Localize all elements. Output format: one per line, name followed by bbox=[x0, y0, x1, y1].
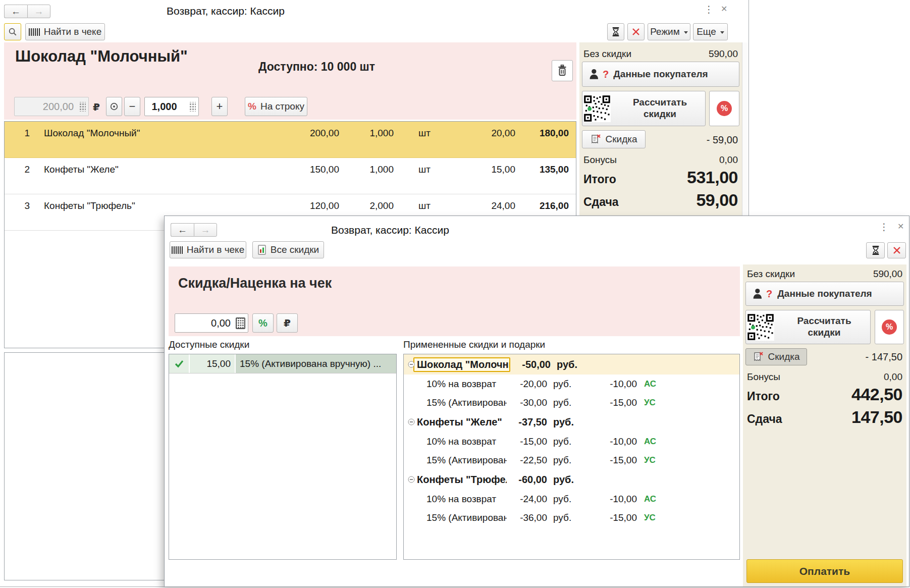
forward-button[interactable]: → bbox=[194, 223, 217, 237]
discount-percent-cell[interactable]: 15,00 bbox=[190, 354, 236, 373]
collapse-icon[interactable] bbox=[408, 476, 415, 483]
table-row[interactable]: 2 Конфеты "Желе" 150,00 1,000 шт 15,00 1… bbox=[5, 158, 576, 194]
menu-dots-icon[interactable]: ⋮ bbox=[879, 222, 889, 232]
pay-button[interactable]: Оплатить bbox=[746, 559, 903, 583]
line-discount-button[interactable]: % На строку bbox=[245, 97, 307, 116]
group-name[interactable]: Конфеты "Трюфель" bbox=[417, 474, 507, 486]
checkmark-cell[interactable] bbox=[169, 354, 190, 373]
hourglass-icon bbox=[871, 245, 880, 255]
calc-discounts-label: Рассчитать скидки bbox=[615, 97, 705, 120]
close-icon[interactable]: ✕ bbox=[721, 5, 727, 13]
applied-item-row[interactable]: 10% на возврат -15,00 руб. -10,00 АС bbox=[404, 432, 739, 451]
qty-minus-button[interactable]: − bbox=[124, 97, 140, 116]
mode-label: Режим bbox=[650, 26, 680, 37]
search-button[interactable] bbox=[4, 23, 21, 40]
window-title: Возврат, кассир: Кассир bbox=[167, 5, 285, 17]
calc-discounts-button[interactable]: Рассчитать скидки bbox=[745, 310, 871, 344]
trash-icon bbox=[557, 65, 568, 77]
discount-header-title: Скидка/Наценка на чек bbox=[178, 276, 332, 291]
find-in-receipt-button[interactable]: Найти в чеке bbox=[25, 23, 105, 40]
row-unit: шт bbox=[394, 128, 479, 139]
collapse-icon[interactable] bbox=[408, 361, 415, 368]
applied-group-row[interactable]: Шоколад "Молочный" -50,00 руб. bbox=[404, 354, 739, 375]
applied-item-row[interactable]: 10% на возврат -24,00 руб. -10,00 АС bbox=[404, 490, 739, 508]
calc-discounts-button[interactable]: Рассчитать скидки bbox=[582, 91, 706, 126]
ruble-sign: ₽ bbox=[93, 101, 100, 113]
forward-icon: → bbox=[34, 6, 44, 17]
keypad-icon[interactable] bbox=[189, 102, 196, 112]
back-icon: ← bbox=[11, 6, 21, 17]
discount-amount-value: 0,00 bbox=[175, 317, 233, 329]
chart-doc-icon bbox=[257, 245, 266, 255]
calc-discounts-label: Рассчитать скидки bbox=[778, 315, 870, 339]
percent-circle-icon: % bbox=[717, 101, 732, 116]
delete-line-button[interactable] bbox=[552, 60, 573, 81]
all-discounts-button[interactable]: Все скидки bbox=[252, 241, 324, 258]
manual-discount-button[interactable]: % bbox=[875, 310, 904, 344]
percent-mode-button[interactable]: % bbox=[252, 313, 274, 333]
row-number: 3 bbox=[5, 200, 34, 211]
discount-amount-input[interactable]: 0,00 bbox=[175, 313, 248, 333]
calculator-icon[interactable] bbox=[236, 317, 245, 329]
applied-group-row[interactable]: Конфеты "Желе" -37,50 руб. bbox=[404, 412, 739, 432]
item-unit: руб. bbox=[553, 397, 586, 408]
ruble-mode-button[interactable]: ₽ bbox=[277, 313, 298, 333]
group-name[interactable]: Конфеты "Желе" bbox=[417, 416, 507, 428]
group-amount: -50,00 bbox=[510, 359, 551, 370]
forward-button[interactable]: → bbox=[27, 5, 50, 18]
visibility-button[interactable] bbox=[106, 97, 122, 116]
question-icon: ? bbox=[603, 69, 609, 80]
all-discounts-label: Все скидки bbox=[271, 244, 319, 255]
row-price: 200,00 bbox=[281, 128, 339, 139]
item-unit: руб. bbox=[553, 436, 586, 447]
applied-item-row[interactable]: 15% (Активирована в... -30,00 руб. -15,0… bbox=[404, 393, 739, 412]
find-in-receipt-label: Найти в чеке bbox=[44, 26, 101, 37]
manual-discount-button[interactable]: % bbox=[709, 91, 739, 126]
person-icon bbox=[588, 68, 602, 80]
customer-data-button[interactable]: ? Данные покупателя bbox=[745, 282, 904, 306]
more-label: Еще bbox=[697, 26, 716, 37]
hourglass-button[interactable] bbox=[607, 23, 624, 40]
row-qty: 1,000 bbox=[339, 128, 394, 139]
applied-discounts-heading: Примененные скидки и подарки bbox=[403, 339, 545, 350]
row-name: Конфеты "Трюфель" bbox=[34, 200, 281, 211]
mode-button[interactable]: Режим bbox=[648, 23, 690, 40]
row-total: 216,00 bbox=[515, 200, 576, 211]
more-button[interactable]: Еще bbox=[693, 23, 728, 40]
group-name[interactable]: Шоколад "Молочный" bbox=[413, 357, 510, 372]
cancel-button[interactable] bbox=[627, 23, 645, 40]
applied-item-row[interactable]: 10% на возврат -20,00 руб. -10,00 АС bbox=[404, 375, 739, 393]
back-button[interactable]: ← bbox=[171, 223, 194, 237]
scrollbar[interactable] bbox=[742, 42, 748, 216]
price-input[interactable]: 200,00 bbox=[14, 97, 89, 116]
window-discount-dialog: ← → Возврат, кассир: Кассир ⋮ ✕ Найти в … bbox=[164, 216, 909, 587]
applied-item-row[interactable]: 15% (Активирована в... -36,00 руб. -15,0… bbox=[404, 508, 739, 527]
applied-item-row[interactable]: 15% (Активирована в... -22,50 руб. -15,0… bbox=[404, 451, 739, 469]
qty-input[interactable]: 1,000 bbox=[144, 97, 199, 116]
find-in-receipt-button[interactable]: Найти в чеке bbox=[170, 241, 246, 258]
table-row[interactable]: 1 Шоколад "Молочный" 200,00 1,000 шт 20,… bbox=[5, 122, 576, 158]
group-unit: руб. bbox=[553, 474, 586, 486]
change-label: Сдача bbox=[747, 412, 782, 426]
back-button[interactable]: ← bbox=[4, 5, 27, 18]
row-name: Конфеты "Желе" bbox=[34, 164, 281, 175]
menu-dots-icon[interactable]: ⋮ bbox=[704, 5, 714, 14]
change-label: Сдача bbox=[583, 195, 619, 209]
item-unit: руб. bbox=[553, 379, 586, 390]
customer-data-button[interactable]: ? Данные покупателя bbox=[582, 62, 739, 87]
close-icon[interactable]: ✕ bbox=[897, 223, 904, 231]
applied-group-row[interactable]: Конфеты "Трюфель" -60,00 руб. bbox=[404, 469, 739, 490]
collapse-icon[interactable] bbox=[408, 418, 415, 425]
hourglass-button[interactable] bbox=[866, 242, 885, 258]
keypad-icon[interactable] bbox=[79, 102, 86, 112]
total-value: 531,00 bbox=[687, 168, 738, 187]
available-discount-row[interactable]: 15,00 15% (Активирована вручную) ... bbox=[169, 354, 396, 373]
row-name: Шоколад "Молочный" bbox=[34, 128, 281, 139]
percent-circle-icon: % bbox=[882, 319, 897, 335]
item-name: 15% (Активирована в... bbox=[426, 455, 507, 466]
cancel-button[interactable] bbox=[887, 242, 906, 258]
change-value: 147,50 bbox=[851, 407, 902, 427]
discount-name-cell[interactable]: 15% (Активирована вручную) ... bbox=[236, 354, 396, 373]
person-icon bbox=[752, 288, 765, 300]
qty-plus-button[interactable]: + bbox=[211, 97, 228, 116]
